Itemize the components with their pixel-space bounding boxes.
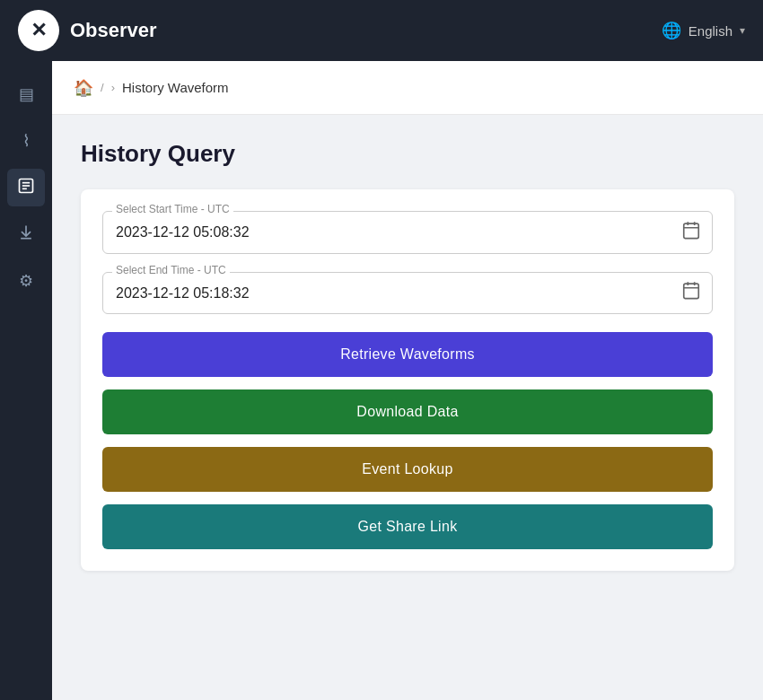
svg-rect-4	[684, 223, 699, 238]
chevron-down-icon: ▾	[740, 24, 745, 37]
home-icon[interactable]: 🏠	[74, 78, 93, 98]
app-logo: ✕	[18, 10, 59, 51]
retrieve-waveforms-button[interactable]: Retrieve Waveforms	[102, 332, 713, 377]
event-lookup-button[interactable]: Event Lookup	[102, 447, 713, 492]
history-query-card: Select Start Time - UTC 2023-12-12 05:08…	[81, 189, 734, 571]
page-content: History Query Select Start Time - UTC 20…	[52, 115, 763, 700]
language-label: English	[688, 23, 732, 39]
end-time-field[interactable]: Select End Time - UTC 2023-12-12 05:18:3…	[102, 272, 713, 315]
sidebar: ▤ ⌇ ⚙	[0, 61, 52, 700]
sidebar-item-reports[interactable]	[7, 169, 45, 206]
header-left: ✕ Observer	[18, 10, 157, 51]
globe-icon: 🌐	[662, 21, 681, 40]
language-selector[interactable]: 🌐 English ▾	[662, 21, 745, 40]
gear-icon: ⚙	[19, 271, 33, 291]
svg-rect-8	[684, 284, 699, 300]
start-time-field[interactable]: Select Start Time - UTC 2023-12-12 05:08…	[102, 211, 713, 254]
page-title: History Query	[81, 140, 734, 168]
content-area: 🏠 / › History Waveform History Query Sel…	[52, 61, 763, 700]
start-time-label: Select Start Time - UTC	[112, 203, 233, 215]
app-header: ✕ Observer 🌐 English ▾	[0, 0, 763, 61]
end-time-label: Select End Time - UTC	[112, 264, 230, 276]
breadcrumb-current-page: History Waveform	[122, 80, 229, 95]
start-time-calendar-button[interactable]	[681, 220, 701, 244]
end-time-value: 2023-12-12 05:18:32	[116, 285, 250, 301]
download-icon	[17, 223, 35, 246]
sidebar-item-download[interactable]	[7, 215, 45, 253]
action-buttons: Retrieve Waveforms Download Data Event L…	[102, 332, 713, 549]
breadcrumb-arrow-icon: ›	[111, 81, 115, 94]
waveform-icon: ⌇	[22, 131, 31, 151]
sidebar-item-dashboard[interactable]: ▤	[7, 75, 45, 113]
app-title: Observer	[70, 19, 157, 42]
dashboard-icon: ▤	[19, 84, 34, 104]
logo-symbol: ✕	[31, 19, 47, 42]
main-layout: ▤ ⌇ ⚙	[0, 61, 763, 700]
reports-icon	[17, 177, 35, 199]
sidebar-item-waveform[interactable]: ⌇	[7, 122, 45, 160]
sidebar-item-settings[interactable]: ⚙	[7, 262, 45, 300]
get-share-link-button[interactable]: Get Share Link	[102, 504, 713, 549]
download-data-button[interactable]: Download Data	[102, 389, 713, 434]
breadcrumb: 🏠 / › History Waveform	[52, 61, 763, 115]
start-time-value: 2023-12-12 05:08:32	[116, 224, 250, 240]
end-time-calendar-button[interactable]	[681, 281, 701, 305]
breadcrumb-sep1: /	[101, 81, 104, 94]
